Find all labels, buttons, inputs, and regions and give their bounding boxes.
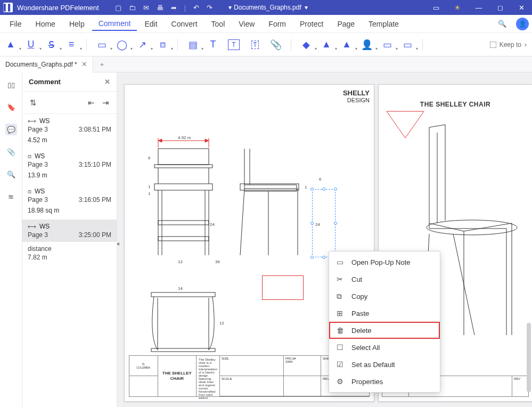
ctx-label: Select All	[351, 344, 380, 352]
page-canvas[interactable]: ◂ SHELLY DESIGN	[117, 72, 532, 407]
appearance-icon[interactable]: ▭	[429, 4, 444, 12]
menu-file[interactable]: File	[3, 18, 28, 30]
comment-item[interactable]: ⟷WS Page 33:25:00 PM	[22, 219, 117, 242]
comment-list: ⟷WS Page 33:08:51 PM 4.52 m ⧈WS Page 33:…	[22, 114, 117, 407]
left-rail: ▯▯ 🔖 💬 📎 🔍 ≋	[0, 72, 22, 407]
close-window-button[interactable]: ✕	[514, 4, 529, 12]
menu-comment[interactable]: Comment	[92, 17, 137, 31]
list-tool-icon[interactable]: ≡	[66, 39, 77, 50]
eraser-tool-icon[interactable]: ◆	[301, 39, 312, 50]
minimize-button[interactable]: —	[471, 4, 486, 12]
attachment-tool-icon[interactable]: 📎	[271, 39, 281, 50]
menubar-search-icon[interactable]: 🔍	[498, 20, 506, 28]
menu-home[interactable]: Home	[29, 18, 62, 30]
svg-text:1: 1	[148, 191, 151, 196]
layers-rail-icon[interactable]: ≋	[5, 191, 17, 202]
save-icon[interactable]: 🗀	[129, 4, 136, 12]
menu-edit[interactable]: Edit	[138, 18, 163, 30]
ctx-label: Copy	[351, 292, 367, 300]
callout-tool-icon[interactable]: T	[249, 39, 261, 50]
sort-icon[interactable]: ⇅	[30, 98, 37, 108]
undo-icon[interactable]: ↶	[193, 4, 199, 12]
ctx-set-default[interactable]: ☑Set as Default	[329, 356, 440, 373]
menu-page[interactable]: Page	[331, 18, 361, 30]
new-tab-button[interactable]: ＋	[93, 60, 111, 69]
attachments-rail-icon[interactable]: 📎	[5, 146, 17, 158]
underline-tool-icon[interactable]: U	[26, 39, 36, 50]
arrow-tool-icon[interactable]: ↗	[137, 39, 148, 50]
selected-measure-annotation[interactable]	[312, 189, 335, 257]
share-icon[interactable]: ➦	[171, 4, 177, 12]
menu-help[interactable]: Help	[63, 18, 91, 30]
comment-item[interactable]: ⧈WS Page 33:15:10 PM 13.9 m	[22, 149, 117, 184]
vertical-scrollbar[interactable]	[527, 323, 531, 392]
cut-icon: ✂	[337, 275, 345, 283]
search-rail-icon[interactable]: 🔍	[5, 168, 17, 180]
comment-item[interactable]: ⧈WS Page 33:16:05 PM 18.98 sq m	[22, 184, 117, 219]
circle-tool-icon[interactable]: ◯	[117, 39, 127, 50]
svg-marker-12	[158, 139, 162, 142]
text-tool-icon[interactable]: T	[208, 39, 218, 50]
highlight-tool-icon[interactable]: ▲	[5, 39, 16, 50]
comments-rail-icon[interactable]: 💬	[5, 124, 17, 135]
svg-text:14: 14	[178, 286, 183, 291]
panel-close-icon[interactable]: ✕	[104, 78, 110, 86]
stamp5-icon[interactable]: ▭	[402, 39, 413, 50]
strikethrough-tool-icon[interactable]: S̶	[46, 39, 56, 50]
panel-tools: ⇅ ⇤ ⇥	[22, 92, 117, 114]
stamp3-icon[interactable]: 👤	[362, 39, 372, 50]
measure-icon: ⟷	[28, 223, 36, 230]
menu-view[interactable]: View	[232, 18, 261, 30]
ctx-properties[interactable]: ⚙Properties	[329, 373, 440, 390]
comment-item[interactable]: distance 7.82 m	[22, 242, 117, 264]
theme-icon[interactable]: ☀	[450, 4, 465, 12]
rectangle-annotation[interactable]	[262, 275, 304, 300]
svg-rect-28	[151, 292, 215, 297]
user-avatar[interactable]: 👤	[516, 18, 529, 30]
menu-tool[interactable]: Tool	[205, 18, 232, 30]
ctx-paste[interactable]: ⊞Paste	[329, 305, 440, 322]
comment-item[interactable]: ⟷WS Page 33:08:51 PM 4.52 m	[22, 114, 117, 149]
note-tool-icon[interactable]: ▤	[187, 39, 198, 50]
mail-icon[interactable]: ✉	[143, 4, 149, 12]
ctx-select-all[interactable]: ☐Select All	[329, 339, 440, 356]
stamp2-icon[interactable]: ▲	[341, 39, 352, 50]
textbox-tool-icon[interactable]: T	[228, 39, 240, 50]
stamp1-icon[interactable]: ▲	[321, 39, 332, 50]
open-folder-icon[interactable]: ▢	[115, 4, 121, 12]
comment-time: 3:08:51 PM	[79, 126, 111, 133]
print-icon[interactable]: 🖶	[157, 4, 163, 12]
comment-value: 13.9 m	[28, 169, 111, 182]
titleblock-desc: The Shelley chair is a modern interpreta…	[197, 356, 220, 396]
menu-protect[interactable]: Protect	[293, 18, 330, 30]
maximize-button[interactable]: ◻	[493, 4, 508, 12]
ctx-label: Properties	[351, 378, 383, 386]
panel-header: Comment ✕	[22, 72, 117, 92]
ctx-cut[interactable]: ✂Cut	[329, 271, 440, 288]
menu-convert[interactable]: Convert	[165, 18, 204, 30]
ctx-delete[interactable]: 🗑Delete	[329, 322, 440, 339]
bookmarks-rail-icon[interactable]: 🔖	[5, 101, 17, 113]
collapse-all-icon[interactable]: ⇤	[88, 98, 95, 108]
panel-collapse-icon[interactable]: ◂	[117, 240, 119, 247]
tab-close-icon[interactable]: ✕	[81, 60, 87, 68]
svg-text:24: 24	[210, 222, 215, 227]
thumbnails-rail-icon[interactable]: ▯▯	[5, 79, 17, 91]
ctx-open-popup[interactable]: ▭Open Pop-Up Note	[329, 254, 440, 271]
document-tab[interactable]: Documents_Graphs.pdf * ✕	[0, 56, 93, 72]
comment-value: distance	[28, 245, 52, 253]
menu-form[interactable]: Form	[262, 18, 292, 30]
keep-tool-label: Keep to	[500, 41, 521, 48]
menu-template[interactable]: Template	[362, 18, 405, 30]
panel-title: Comment	[29, 78, 61, 86]
stamp4-icon[interactable]: ▭	[382, 39, 392, 50]
titlebar-document[interactable]: ▾ Documents_Graphs.pdf ▾	[228, 4, 308, 11]
measure-icon: ⧈	[28, 188, 31, 195]
measure-icon: ⧈	[28, 153, 31, 160]
expand-all-icon[interactable]: ⇥	[102, 98, 109, 108]
keep-tool-toggle[interactable]: Keep to ›	[490, 41, 527, 48]
redo-icon[interactable]: ↷	[207, 4, 212, 12]
rectangle-tool-icon[interactable]: ▭	[96, 39, 107, 50]
measure-tool-icon[interactable]: ⧈	[157, 39, 168, 50]
ctx-copy[interactable]: ⧉Copy	[329, 288, 440, 305]
